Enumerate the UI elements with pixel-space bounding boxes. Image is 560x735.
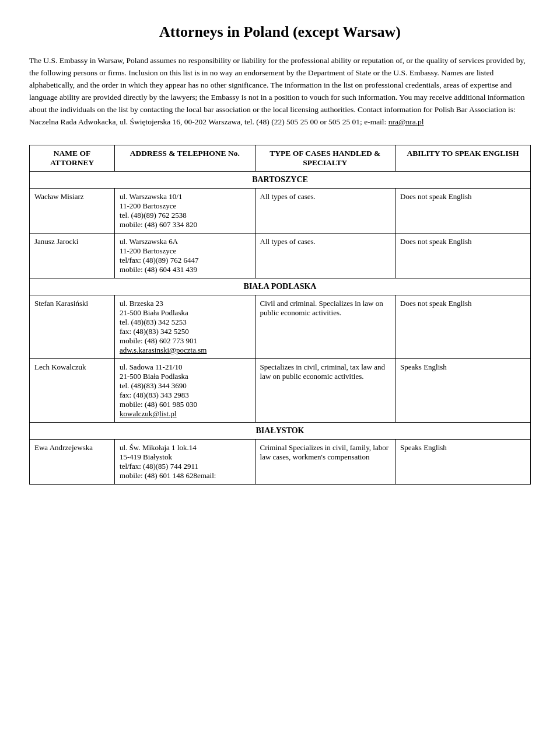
col-header-address: ADDRESS & TELEPHONE No. [115,145,256,171]
intro-text: The U.S. Embassy in Warsaw, Poland assum… [29,55,531,128]
page-title: Attorneys in Poland (except Warsaw) [29,23,531,41]
attorney-address: ul. Brzeska 2321-500 Biała Podlaskatel. … [115,295,256,358]
city-name: BIAŁYSTOK [30,422,531,439]
col-header-ability: ABILITY TO SPEAK ENGLISH [396,145,531,171]
attorney-english-ability: Speaks English [396,439,531,484]
attorney-english-ability: Speaks English [396,358,531,422]
attorney-address: ul. Św. Mikołaja 1 lok.1415-419 Białysto… [115,439,256,484]
attorney-email-link[interactable]: adw.s.karasinski@poczta.sm [120,346,206,354]
attorney-english-ability: Does not speak English [396,295,531,358]
attorney-name: Ewa Andrzejewska [30,439,115,484]
attorney-english-ability: Does not speak English [396,233,531,278]
col-header-type: TYPE OF CASES HANDLED & SPECIALTY [255,145,396,171]
table-row: Stefan Karasińskiul. Brzeska 2321-500 Bi… [30,295,531,358]
attorney-case-type: All types of cases. [255,188,396,233]
city-name: BARTOSZYCE [30,171,531,188]
intro-paragraph: The U.S. Embassy in Warsaw, Poland assum… [29,56,526,126]
attorney-address: ul. Warszawska 6A11-200 Bartoszycetel/fa… [115,233,256,278]
attorney-address: ul. Warszawska 10/111-200 Bartoszycetel.… [115,188,256,233]
attorney-case-type: Civil and criminal. Specializes in law o… [255,295,396,358]
table-row: Ewa Andrzejewskaul. Św. Mikołaja 1 lok.1… [30,439,531,484]
attorney-case-type: Specializes in civil, criminal, tax law … [255,358,396,422]
table-row: Wacław Misiarzul. Warszawska 10/111-200 … [30,188,531,233]
attorney-name: Wacław Misiarz [30,188,115,233]
attorney-english-ability: Does not speak English [396,188,531,233]
city-header-row: BARTOSZYCE [30,171,531,188]
col-header-name: NAME OF ATTORNEY [30,145,115,171]
nra-email-link[interactable]: nra@nra.pl [388,117,424,126]
attorney-name: Stefan Karasiński [30,295,115,358]
attorney-case-type: All types of cases. [255,233,396,278]
city-header-row: BIAŁYSTOK [30,422,531,439]
attorney-email-link[interactable]: kowalczuk@list.pl [120,409,177,418]
attorney-address: ul. Sadowa 11-21/1021-500 Biała Podlaska… [115,358,256,422]
attorney-name: Lech Kowalczuk [30,358,115,422]
table-row: Janusz Jarockiul. Warszawska 6A11-200 Ba… [30,233,531,278]
attorneys-table: NAME OF ATTORNEY ADDRESS & TELEPHONE No.… [29,145,531,485]
city-name: BIAŁA PODLASKA [30,278,531,295]
attorney-name: Janusz Jarocki [30,233,115,278]
city-header-row: BIAŁA PODLASKA [30,278,531,295]
table-row: Lech Kowalczukul. Sadowa 11-21/1021-500 … [30,358,531,422]
attorney-case-type: Criminal Specializes in civil, family, l… [255,439,396,484]
